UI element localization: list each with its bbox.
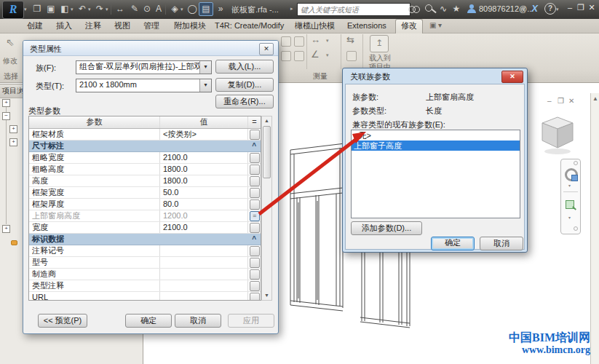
associate-param-button[interactable]	[250, 130, 260, 140]
param-value-cell[interactable]	[160, 269, 248, 280]
redo-icon[interactable]: ↷	[93, 3, 106, 15]
app-menu-arrow-icon[interactable]: ▾	[24, 7, 27, 12]
app-menu-button[interactable]: R	[2, 1, 24, 19]
sync-icon[interactable]: ◧	[58, 3, 71, 15]
window-close-button[interactable]: ✕	[587, 3, 597, 12]
view-scrollbar[interactable]: ▲	[590, 93, 599, 364]
window-maximize-button[interactable]: ❐	[576, 3, 586, 12]
mode-swap-icon[interactable]: ⇆	[346, 34, 354, 45]
section-row-dimensions[interactable]: 尺寸标注 ^	[29, 141, 261, 152]
account-dropdown-icon[interactable]: ▾	[522, 7, 525, 12]
slope-icon[interactable]: ∿	[437, 3, 450, 15]
associate-param-button[interactable]	[250, 281, 260, 291]
associate-param-button[interactable]	[250, 188, 260, 198]
search-expand-icon[interactable]: ▸	[290, 6, 293, 12]
measure-ruler-icon[interactable]: ↔	[311, 34, 320, 45]
associate-param-button[interactable]	[250, 176, 260, 186]
param-value-cell[interactable]	[160, 257, 248, 268]
list-item-none[interactable]: <无>	[352, 130, 520, 141]
text-icon[interactable]: A	[152, 3, 165, 15]
tab-t4r[interactable]: T4R: Create/Modify	[210, 20, 289, 32]
view-close-icon[interactable]: ✕	[568, 97, 574, 105]
measure-angle-icon[interactable]: ∠	[311, 49, 320, 60]
tree-expand-icon[interactable]: +	[9, 138, 17, 146]
render-icon[interactable]: ◯	[186, 3, 199, 15]
dimension-icon[interactable]: ↔	[114, 3, 127, 15]
mode-icon[interactable]	[346, 51, 357, 61]
type-combobox[interactable]: 2100 x 1800mm ▾	[76, 79, 212, 92]
paste-icon[interactable]	[294, 36, 304, 47]
scroll-down-icon[interactable]: ▼	[262, 291, 271, 300]
star-icon[interactable]: ★	[450, 3, 463, 15]
scroll-up-icon[interactable]: ▲	[262, 116, 271, 125]
cancel-button[interactable]: 取消	[480, 237, 523, 250]
scroll-up-icon[interactable]: ▲	[591, 93, 599, 102]
load-into-project-icon[interactable]: ↥	[370, 35, 389, 52]
redo-dropdown-icon[interactable]: ▾	[106, 7, 108, 12]
angle-dropdown-icon[interactable]: ▾	[326, 52, 329, 58]
collapse-icon[interactable]: ^	[252, 141, 256, 151]
tab-addins[interactable]: 附加模块	[169, 20, 211, 32]
tab-extensions[interactable]: Extensions	[342, 20, 392, 32]
compatible-parameters-list[interactable]: <无> 上部窗子高度	[351, 130, 520, 218]
associate-param-button[interactable]	[250, 258, 260, 268]
view-minimize-icon[interactable]: –	[547, 97, 552, 105]
tab-insert[interactable]: 插入	[51, 20, 77, 32]
param-value-cell[interactable]	[160, 280, 248, 291]
ui-panel-icon[interactable]: ▤	[199, 2, 213, 16]
key-icon[interactable]	[425, 4, 432, 12]
help-icon[interactable]: ?	[544, 3, 556, 15]
tree-expand-icon[interactable]: +	[9, 125, 17, 133]
search-icon[interactable]	[408, 6, 418, 12]
ok-button[interactable]: 确定	[125, 314, 172, 328]
tab-glsmod[interactable]: 橄榄山快模	[290, 20, 340, 32]
steering-wheel-icon[interactable]	[565, 168, 578, 181]
family-combobox[interactable]: 组合窗-双层单列(四扇推拉)-上部双扇 - ▾	[76, 60, 212, 74]
view-restore-icon[interactable]: ❐	[558, 97, 564, 105]
zoom-tool-icon[interactable]	[566, 200, 574, 209]
combo-arrow-icon[interactable]: ▾	[199, 61, 211, 74]
tree-expand-icon[interactable]: +	[2, 225, 10, 233]
help-dropdown-icon[interactable]: ▾	[556, 7, 559, 12]
ribbon-cycle-icon[interactable]: ▣	[429, 21, 436, 29]
sync-dropdown-icon[interactable]: ▾	[71, 7, 74, 12]
section-row-identity[interactable]: 标识数据 ^	[29, 234, 261, 245]
associate-param-button[interactable]	[250, 293, 260, 301]
tab-view[interactable]: 视图	[109, 20, 135, 32]
associate-param-button[interactable]	[250, 269, 260, 280]
associate-param-button-active[interactable]: =	[250, 211, 260, 221]
3d-view-icon[interactable]: ◈	[168, 3, 181, 15]
rename-button[interactable]: 重命名(R)...	[215, 95, 274, 108]
dialog-close-icon[interactable]: ✕	[501, 71, 523, 83]
associate-param-button[interactable]	[250, 199, 260, 210]
param-value-cell[interactable]: 1800.0	[160, 164, 248, 175]
match-icon[interactable]	[281, 51, 291, 61]
cut-icon[interactable]	[294, 51, 304, 61]
open-icon[interactable]: ❐	[31, 3, 44, 15]
ok-button[interactable]: 确定	[431, 237, 475, 250]
param-value-cell[interactable]	[160, 245, 248, 256]
associate-param-button[interactable]	[250, 153, 260, 163]
window-minimize-button[interactable]: –	[565, 3, 575, 12]
associate-param-button[interactable]	[250, 246, 260, 256]
viewcube[interactable]	[539, 115, 576, 156]
measure-dropdown-icon[interactable]: ▾	[326, 38, 329, 44]
associate-param-button[interactable]	[250, 223, 260, 233]
associate-param-button[interactable]	[250, 165, 260, 175]
account-icon[interactable]	[467, 4, 476, 14]
more-icon[interactable]: »	[214, 3, 227, 15]
combo-arrow-icon[interactable]: ▾	[199, 79, 211, 92]
tab-manage[interactable]: 管理	[138, 20, 164, 32]
param-value-cell[interactable]: 1800.0	[160, 175, 248, 186]
duplicate-button[interactable]: 复制(D)...	[215, 78, 274, 92]
tab-create[interactable]: 创建	[22, 20, 48, 32]
param-value-cell[interactable]	[160, 292, 248, 301]
3d-dropdown-icon[interactable]: ▾	[181, 7, 183, 12]
param-value-cell[interactable]: 80.0	[160, 199, 248, 210]
clipboard-icon[interactable]	[281, 36, 291, 47]
exchange-icon[interactable]: X	[529, 3, 540, 14]
ribbon-cycle-arrow-icon[interactable]: ▾	[438, 21, 442, 29]
list-item-selected[interactable]: 上部窗子高度	[352, 141, 520, 151]
modify-tool-icon[interactable]: ⇖	[6, 36, 15, 48]
navigation-bar[interactable]: ▾ ▾	[560, 159, 581, 234]
